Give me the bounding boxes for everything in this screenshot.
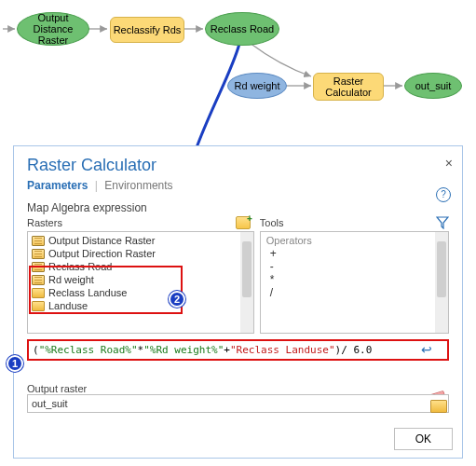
rasters-listbox[interactable]: Output Distance Raster Output Direction … (27, 231, 254, 334)
tab-environments[interactable]: Environments (104, 179, 172, 192)
node-output-distance-raster[interactable]: Output Distance Raster (17, 12, 89, 46)
expression-input[interactable]: ( "%Reclass Road%" * "%Rd weight%" + "Re… (27, 339, 449, 361)
list-item: Landuse (30, 299, 252, 312)
tabs: Parameters | Environments (14, 177, 462, 198)
node-raster-calculator-tool[interactable]: Raster Calculator (313, 73, 384, 101)
browse-folder-icon[interactable] (430, 400, 449, 415)
scrollbar[interactable] (240, 232, 253, 333)
operator-item[interactable]: / (263, 286, 446, 299)
list-item: Reclass Road (30, 260, 252, 273)
list-item: Rd weight (30, 273, 252, 286)
dialog-title: Raster Calculator (27, 156, 449, 175)
folder-icon (32, 288, 45, 298)
tab-parameters[interactable]: Parameters (27, 179, 88, 192)
callout-badge-2: 2 (169, 291, 185, 308)
help-icon[interactable]: ? (436, 187, 451, 202)
scrollbar[interactable] (435, 232, 448, 333)
node-out-suit[interactable]: out_suit (404, 73, 462, 99)
rasters-label: Rasters (27, 217, 62, 228)
output-raster-input[interactable] (27, 394, 449, 413)
tools-listbox[interactable]: Operators + - * / (260, 231, 449, 334)
node-rd-weight[interactable]: Rd weight (227, 73, 287, 99)
operators-category: Operators (263, 234, 446, 247)
raster-icon (32, 275, 45, 285)
expression-label: Map Algebra expression (27, 201, 449, 214)
operator-item[interactable]: + (263, 247, 446, 260)
list-item: Reclass Landuse (30, 286, 252, 299)
operator-item[interactable]: - (263, 260, 446, 273)
add-raster-icon[interactable] (236, 216, 251, 229)
callout-badge-1: 1 (7, 355, 23, 372)
node-reclassify-rds[interactable]: Reclassify Rds (110, 17, 184, 43)
raster-icon (32, 236, 45, 246)
list-item: Output Direction Raster (30, 247, 252, 260)
close-icon[interactable]: × (445, 156, 453, 171)
node-reclass-road[interactable]: Reclass Road (205, 12, 279, 46)
tools-label: Tools (260, 217, 284, 228)
raster-calculator-dialog: × Raster Calculator Parameters | Environ… (13, 145, 463, 459)
undo-icon[interactable]: ↩ (421, 342, 432, 357)
filter-icon[interactable] (436, 216, 449, 229)
list-item: Output Distance Raster (30, 234, 252, 247)
folder-icon (32, 301, 45, 311)
operator-item[interactable]: * (263, 273, 446, 286)
raster-icon (32, 249, 45, 259)
model-flow: Output Distance Raster Reclassify Rds Re… (0, 0, 476, 126)
raster-icon (32, 262, 45, 272)
output-raster-label: Output raster (27, 383, 449, 394)
ok-button[interactable]: OK (394, 428, 453, 450)
